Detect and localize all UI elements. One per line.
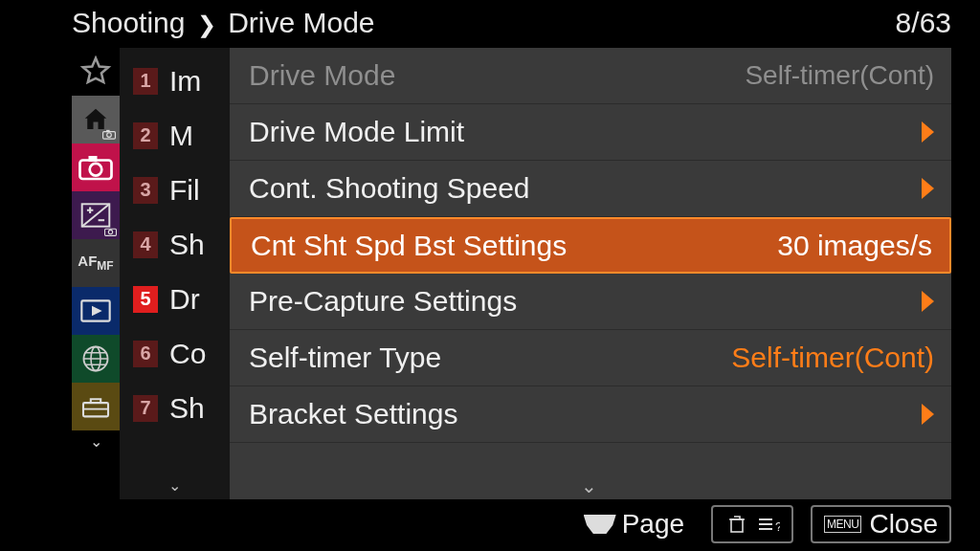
toolbox-icon <box>80 394 111 419</box>
bottom-bar: Page ? MENU Close <box>287 503 951 545</box>
camera-badge-icon <box>102 129 116 140</box>
subtab-number: 6 <box>133 341 158 367</box>
rail-favorites[interactable] <box>72 48 120 96</box>
menu-panel: AFMF ⌄ 1Im2M3Fil4Sh5Dr6Co7Sh⌄ Drive Mode… <box>72 48 951 499</box>
list-header-label: Drive Mode <box>249 59 395 92</box>
exposure-icon <box>80 203 111 228</box>
subtab-item[interactable]: 2M <box>120 108 230 163</box>
category-rail: AFMF ⌄ <box>72 48 120 499</box>
settings-row-label: Cont. Shooting Speed <box>249 172 530 205</box>
settings-row[interactable]: Self-timer TypeSelf-timer(Cont) <box>230 330 951 386</box>
list-scroll-down-icon[interactable]: ⌄ <box>581 474 597 499</box>
rail-network[interactable] <box>72 335 120 383</box>
chevron-right-icon <box>922 404 934 425</box>
subtab-label: Dr <box>169 283 200 316</box>
globe-icon <box>81 344 110 373</box>
subtab-column: 1Im2M3Fil4Sh5Dr6Co7Sh⌄ <box>120 48 230 499</box>
page-indicator[interactable]: Page <box>584 509 684 540</box>
settings-row[interactable]: Cnt Sht Spd Bst Settings30 images/s <box>230 217 951 274</box>
svg-point-4 <box>90 164 102 176</box>
settings-row-value: 30 images/s <box>777 230 932 262</box>
subtab-label: Im <box>169 65 201 98</box>
subtab-number: 7 <box>133 395 158 422</box>
chevron-right-icon <box>922 178 934 199</box>
rail-playback[interactable] <box>72 287 120 335</box>
svg-rect-2 <box>106 130 110 132</box>
subtab-label: Sh <box>169 229 205 261</box>
subtab-label: Fil <box>169 174 200 207</box>
close-label: Close <box>869 509 938 540</box>
af-mf-icon: AFMF <box>78 254 113 273</box>
subtab-item[interactable]: 4Sh <box>120 217 230 272</box>
camera-icon <box>78 154 113 181</box>
trash-icon <box>724 515 749 534</box>
subtab-label: M <box>169 120 193 152</box>
menu-badge: MENU <box>824 516 861 533</box>
subtab-number: 4 <box>133 231 158 258</box>
subtab-number: 3 <box>133 177 158 204</box>
settings-row[interactable]: Bracket Settings <box>230 386 951 443</box>
chevron-right-icon <box>922 291 934 312</box>
help-button[interactable]: ? <box>711 505 793 543</box>
top-bar: Shooting ❯ Drive Mode 8/63 <box>72 4 951 42</box>
rail-scroll-down-icon[interactable]: ⌄ <box>72 430 120 452</box>
settings-row-label: Cnt Sht Spd Bst Settings <box>251 230 567 262</box>
settings-row[interactable]: Cont. Shooting Speed <box>230 161 951 217</box>
settings-row-label: Bracket Settings <box>249 398 457 430</box>
svg-point-8 <box>108 230 112 233</box>
breadcrumb-page: Drive Mode <box>228 7 374 38</box>
subtab-item[interactable]: 6Co <box>120 326 230 381</box>
subtab-number: 1 <box>133 68 158 95</box>
settings-list: Drive Mode Self-timer(Cont) Drive Mode L… <box>230 48 951 499</box>
settings-row-label: Drive Mode Limit <box>249 116 464 148</box>
subtab-item[interactable]: 5Dr <box>120 272 230 326</box>
subtab-number: 5 <box>133 286 158 313</box>
subtab-label: Sh <box>169 392 205 425</box>
settings-row-value: Self-timer(Cont) <box>731 342 934 374</box>
svg-rect-13 <box>731 519 743 532</box>
help-lines-icon: ? <box>757 515 780 534</box>
rail-setup[interactable] <box>72 383 120 430</box>
rail-shooting[interactable] <box>72 143 120 191</box>
subtab-item[interactable]: 1Im <box>120 54 230 108</box>
settings-row-label: Self-timer Type <box>249 342 441 374</box>
svg-point-1 <box>107 133 112 138</box>
rail-focus[interactable]: AFMF <box>72 239 120 287</box>
subtab-item[interactable]: 3Fil <box>120 163 230 217</box>
settings-row[interactable]: Pre-Capture Settings <box>230 274 951 330</box>
chevron-right-icon: ❯ <box>197 11 216 37</box>
camera-badge-icon <box>104 227 117 236</box>
list-header-value: Self-timer(Cont) <box>745 60 934 91</box>
svg-text:?: ? <box>775 519 780 534</box>
rail-exposure[interactable] <box>72 191 120 239</box>
play-icon <box>80 299 111 322</box>
chevron-right-icon <box>922 121 934 143</box>
star-icon <box>79 55 112 88</box>
breadcrumb: Shooting ❯ Drive Mode <box>72 7 379 39</box>
subtab-label: Co <box>169 338 206 370</box>
rail-home[interactable] <box>72 96 120 143</box>
close-button[interactable]: MENU Close <box>811 505 951 543</box>
subtab-scroll-down-icon[interactable]: ⌄ <box>120 473 230 497</box>
subtab-number: 2 <box>133 122 158 149</box>
rocker-icon <box>584 515 616 534</box>
svg-rect-5 <box>89 156 98 162</box>
settings-row-label: Pre-Capture Settings <box>249 285 517 318</box>
page-counter: 8/63 <box>896 7 951 39</box>
subtab-item[interactable]: 7Sh <box>120 381 230 435</box>
list-header-row: Drive Mode Self-timer(Cont) <box>230 48 951 104</box>
settings-row[interactable]: Drive Mode Limit <box>230 104 951 161</box>
breadcrumb-root: Shooting <box>72 7 185 38</box>
page-label: Page <box>622 509 684 540</box>
